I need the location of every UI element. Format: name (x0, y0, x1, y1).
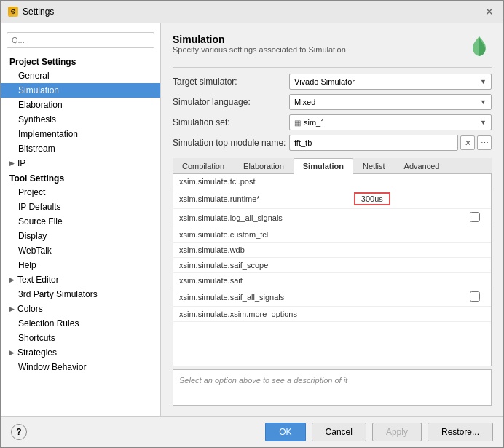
sidebar-item-simulation[interactable]: Simulation (1, 83, 160, 98)
table-row: xsim.simulate.tcl.post (173, 174, 491, 189)
runtime-value: 300us (354, 192, 390, 205)
action-cell (459, 273, 491, 288)
simulator-language-arrow: ▼ (480, 98, 487, 106)
action-buttons: OK Cancel Apply Restore... (265, 423, 493, 441)
sidebar-item-shortcuts[interactable]: Shortcuts (1, 331, 160, 345)
simulation-set-value: sim_1 (304, 118, 325, 127)
sidebar-item-elaboration[interactable]: Elaboration (1, 98, 160, 112)
property-cell: xsim.simulate.saif_all_signals (173, 288, 348, 307)
sidebar-item-text-editor[interactable]: ▶ Text Editor (1, 272, 160, 287)
sidebar-item-ip-defaults[interactable]: IP Defaults (1, 200, 160, 214)
value-cell[interactable] (348, 174, 460, 189)
sidebar-item-webtalk[interactable]: WebTalk (1, 243, 160, 258)
target-simulator-row: Target simulator: Vivado Simulator ▼ (173, 74, 492, 90)
table-row: xsim.simulate.log_all_signals (173, 209, 491, 227)
sidebar-item-help[interactable]: Help (1, 258, 160, 272)
table-row: xsim.simulate.custom_tcl (173, 227, 491, 243)
colors-expand-arrow: ▶ (9, 305, 15, 313)
cancel-button[interactable]: Cancel (312, 423, 366, 441)
title-bar: ⚙ Settings ✕ (1, 1, 503, 23)
value-cell[interactable] (348, 227, 460, 243)
sidebar-item-bitstream[interactable]: Bitstream (1, 141, 160, 156)
table-row: xsim.simulate.wdb (173, 243, 491, 258)
sidebar-item-general[interactable]: General (1, 68, 160, 83)
settings-table: xsim.simulate.tcl.post xsim.simulate.run… (173, 174, 491, 322)
settings-table-container: xsim.simulate.tcl.post xsim.simulate.run… (173, 174, 492, 366)
simulation-set-dropdown[interactable]: ▦ sim_1 ▼ (289, 114, 492, 130)
table-row: xsim.simulate.xsim.more_options (173, 307, 491, 322)
ok-button[interactable]: OK (265, 423, 305, 441)
sidebar-item-source-file[interactable]: Source File (1, 214, 160, 229)
sidebar-item-window-behavior[interactable]: Window Behavior (1, 360, 160, 374)
apply-button[interactable]: Apply (372, 423, 422, 441)
app-icon: ⚙ (8, 7, 18, 17)
text-editor-expand-arrow: ▶ (9, 276, 15, 283)
sidebar-item-selection-rules[interactable]: Selection Rules (1, 316, 160, 331)
sidebar-item-colors[interactable]: ▶ Colors (1, 302, 160, 316)
help-button[interactable]: ? (11, 424, 27, 440)
action-cell (459, 174, 491, 189)
value-cell[interactable] (348, 307, 460, 322)
panel-title: Simulation (173, 34, 346, 45)
sidebar-item-colors-label: Colors (17, 304, 43, 314)
sidebar-item-text-editor-label: Text Editor (17, 275, 59, 285)
property-cell: xsim.simulate.runtime* (173, 189, 348, 209)
clear-button[interactable]: ✕ (460, 135, 475, 150)
window-title: Settings (23, 7, 54, 17)
sim-top-module-row: Simulation top module name: ✕ ⋯ (173, 135, 492, 151)
close-button[interactable]: ✕ (483, 5, 496, 18)
target-simulator-value: Vivado Simulator (294, 77, 355, 86)
description-text: Select an option above to see a descript… (179, 376, 347, 385)
value-cell[interactable] (348, 243, 460, 258)
value-cell[interactable] (348, 273, 460, 288)
simulator-language-dropdown[interactable]: Mixed ▼ (289, 94, 492, 110)
tool-settings-label: Tool Settings (1, 170, 160, 185)
value-cell[interactable]: 300us (348, 189, 460, 209)
saif-all-signals-checkbox[interactable] (470, 291, 480, 302)
sim-top-module-label: Simulation top module name: (173, 138, 289, 148)
simulation-set-row: Simulation set: ▦ sim_1 ▼ (173, 114, 492, 130)
property-cell: xsim.simulate.custom_tcl (173, 227, 348, 243)
strategies-expand-arrow: ▶ (9, 349, 15, 356)
sidebar-item-3rd-party[interactable]: 3rd Party Simulators (1, 287, 160, 302)
browse-button[interactable]: ⋯ (477, 135, 492, 150)
tabs-bar: Compilation Elaboration Simulation Netli… (173, 158, 492, 174)
sidebar-item-strategies-label: Strategies (17, 347, 57, 358)
property-cell: xsim.simulate.saif (173, 273, 348, 288)
title-bar-left: ⚙ Settings (8, 7, 54, 17)
value-cell (348, 288, 460, 307)
target-simulator-label: Target simulator: (173, 76, 289, 87)
tab-simulation[interactable]: Simulation (294, 158, 353, 174)
sidebar-item-display[interactable]: Display (1, 229, 160, 243)
simulation-set-label: Simulation set: (173, 117, 289, 127)
sidebar-item-ip-label: IP (17, 158, 25, 168)
action-cell (459, 258, 491, 273)
panel-header-text: Simulation Specify various settings asso… (173, 34, 346, 54)
sidebar-item-strategies[interactable]: ▶ Strategies (1, 345, 160, 360)
tab-compilation[interactable]: Compilation (173, 158, 234, 173)
panel-subtitle: Specify various settings associated to S… (173, 45, 346, 54)
checkbox-cell[interactable] (459, 288, 491, 307)
sidebar-item-project[interactable]: Project (1, 185, 160, 200)
target-simulator-dropdown[interactable]: Vivado Simulator ▼ (289, 74, 492, 90)
sidebar-item-synthesis[interactable]: Synthesis (1, 112, 160, 127)
property-cell: xsim.simulate.xsim.more_options (173, 307, 348, 322)
checkbox-cell[interactable] (459, 209, 491, 227)
sim-top-module-input[interactable] (289, 135, 458, 151)
sidebar: Project Settings General Simulation Elab… (1, 23, 161, 416)
log-all-signals-checkbox[interactable] (470, 212, 480, 222)
sidebar-item-implementation[interactable]: Implementation (1, 127, 160, 141)
tab-netlist[interactable]: Netlist (353, 158, 395, 173)
action-cell (459, 227, 491, 243)
value-cell[interactable] (348, 258, 460, 273)
sidebar-item-ip[interactable]: ▶ IP (1, 156, 160, 170)
action-cell (459, 307, 491, 322)
table-row: xsim.simulate.saif_all_signals (173, 288, 491, 307)
simulator-language-row: Simulator language: Mixed ▼ (173, 94, 492, 110)
vivado-logo (467, 34, 492, 58)
project-settings-label: Project Settings (1, 54, 160, 68)
search-input[interactable] (7, 32, 154, 48)
tab-advanced[interactable]: Advanced (395, 158, 449, 173)
restore-button[interactable]: Restore... (428, 423, 493, 441)
tab-elaboration[interactable]: Elaboration (234, 158, 294, 173)
